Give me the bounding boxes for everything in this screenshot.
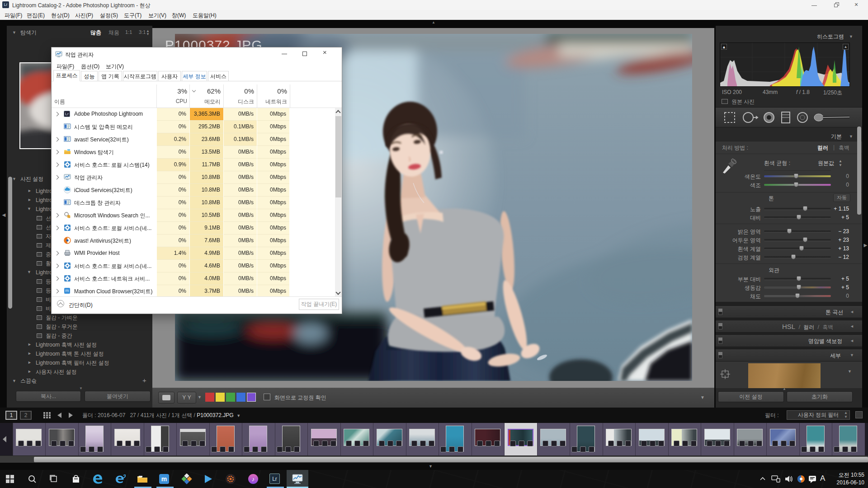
svg-text:♪: ♪ — [252, 476, 255, 483]
